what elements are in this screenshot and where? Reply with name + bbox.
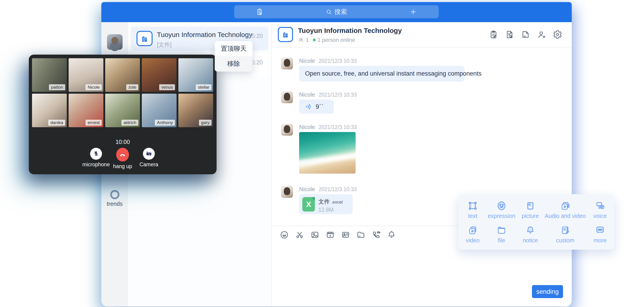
attach-item-audio-video[interactable]: Audio and video — [545, 198, 586, 222]
voice-message-bubble[interactable]: 9`` — [299, 100, 334, 114]
settings-icon[interactable] — [553, 30, 562, 39]
participant-name: zoie — [126, 84, 138, 90]
attach-item-picture[interactable]: picture — [516, 198, 545, 222]
chat-pane: Tuoyun Information Technology 1 1 person… — [272, 22, 572, 307]
group-building-icon — [278, 27, 293, 42]
audio-video-tool-icon — [560, 201, 570, 211]
microphone-label: microphone — [82, 162, 110, 168]
image-message-photo[interactable] — [299, 132, 356, 174]
excel-file-icon: X — [302, 197, 315, 212]
participant-tile[interactable]: patton — [32, 58, 67, 92]
sender-avatar[interactable] — [281, 186, 293, 198]
participant-tile[interactable]: stellar — [178, 58, 213, 92]
menu-item-remove[interactable]: 移除 — [215, 56, 252, 71]
participant-tile[interactable]: Nicole — [68, 58, 103, 92]
conversation-time: 15:20 — [248, 33, 263, 39]
screen: 搜索 trends — [0, 0, 644, 307]
participant-name: stellar — [196, 84, 212, 90]
chat-header: Tuoyun Information Technology 1 1 person… — [272, 22, 572, 47]
user-avatar[interactable] — [107, 34, 122, 50]
participant-tile[interactable]: venus — [142, 58, 176, 92]
message-time: 2021/12/3 10:33 — [318, 124, 356, 130]
contact-card-icon[interactable] — [341, 230, 350, 239]
voice-tool-icon — [595, 201, 605, 211]
folder-icon[interactable] — [356, 230, 366, 239]
message-time: 2021/12/3 10:33 — [318, 186, 356, 193]
group-building-icon — [136, 31, 152, 46]
emoji-icon[interactable] — [280, 230, 289, 239]
chat-actions — [489, 30, 562, 39]
camera-off-button[interactable] — [143, 148, 155, 160]
participant-name: gary — [199, 120, 212, 126]
custom-tool-icon — [560, 225, 570, 236]
file-icon[interactable] — [521, 30, 530, 39]
plus-icon[interactable] — [410, 8, 417, 15]
participant-name: aldrich — [122, 120, 138, 126]
sender-avatar[interactable] — [281, 124, 293, 136]
participant-tile[interactable]: danika — [32, 94, 67, 127]
trends-icon — [110, 190, 120, 199]
voice-wave-icon — [305, 103, 312, 110]
video-clip-icon[interactable] — [326, 230, 335, 239]
screenshot-icon[interactable] — [295, 230, 304, 239]
chat-history-search-icon[interactable] — [505, 30, 514, 39]
attach-item-custom[interactable]: custom — [545, 222, 586, 247]
participant-name: Anthony — [155, 120, 175, 126]
online-status: 1 person online — [318, 37, 355, 43]
members-icon — [298, 37, 304, 43]
sidebar-item-trends[interactable]: trends — [101, 190, 128, 207]
message-type-menu: text expression picture Audio — [458, 194, 614, 250]
image-icon[interactable] — [310, 230, 320, 239]
add-member-icon[interactable] — [537, 30, 546, 39]
picture-tool-icon — [525, 201, 536, 211]
expression-tool-icon — [496, 201, 507, 211]
notice-tool-icon — [525, 225, 536, 236]
text-message-bubble[interactable]: Open source, free, and universal instant… — [299, 66, 464, 81]
trends-label: trends — [101, 201, 128, 207]
message-time: 2021/12/3 10:33 — [318, 92, 356, 98]
attach-item-video[interactable]: video — [458, 222, 487, 247]
conversation-preview: [文件] — [157, 41, 172, 48]
chat-title: Tuoyun Information Technology — [298, 27, 402, 34]
attach-item-more[interactable]: more — [586, 222, 614, 247]
attach-item-text[interactable]: text — [458, 198, 487, 222]
participant-tile[interactable]: aldrich — [105, 94, 140, 127]
participant-tile[interactable]: zoie — [105, 58, 140, 92]
microphone-mute-button[interactable] — [90, 148, 102, 160]
attach-item-voice[interactable]: voice — [586, 198, 614, 222]
video-call-window: patton Nicole zoie venus stellar danika … — [29, 55, 216, 174]
text-tool-icon — [468, 201, 478, 211]
search-icon — [326, 9, 332, 15]
hang-up-label: hang up — [109, 163, 136, 170]
file-tool-icon — [496, 225, 507, 236]
sender-name: Nicole — [299, 124, 315, 130]
notification-icon[interactable] — [387, 230, 396, 239]
attach-item-file[interactable]: file — [487, 222, 516, 247]
sender-avatar[interactable] — [281, 91, 293, 103]
search-field[interactable]: 搜索 — [318, 7, 355, 16]
sender-name: Nicole — [299, 57, 315, 64]
participant-tile[interactable]: Anthony — [142, 94, 176, 127]
participant-grid: patton Nicole zoie venus stellar danika … — [32, 58, 213, 127]
search-bar[interactable]: 搜索 — [234, 5, 439, 18]
attach-item-notice[interactable]: notice — [516, 222, 545, 247]
chat-subtitle: 1 1 person online — [298, 37, 355, 43]
note-icon[interactable] — [256, 8, 263, 15]
sender-name: Nicole — [299, 91, 315, 98]
attach-item-expression[interactable]: expression — [487, 198, 516, 222]
file-message-bubble[interactable]: X 文件 .excel 12.8M — [299, 194, 353, 214]
online-dot — [313, 39, 316, 41]
video-call-icon[interactable] — [372, 230, 381, 239]
more-tool-icon — [595, 225, 605, 236]
file-size: 12.8M — [318, 207, 334, 213]
video-tool-icon — [468, 225, 478, 236]
menu-item-pin-chat[interactable]: 置顶聊天 — [215, 41, 252, 56]
participant-tile[interactable]: gary — [178, 94, 213, 127]
send-button[interactable]: sending — [532, 285, 563, 298]
file-name: 文件 — [318, 198, 330, 205]
sender-avatar[interactable] — [281, 57, 293, 69]
clipboard-icon[interactable] — [489, 30, 498, 39]
hang-up-button[interactable] — [116, 148, 129, 162]
participant-name: ernest — [86, 120, 102, 126]
participant-tile[interactable]: ernest — [68, 94, 103, 127]
